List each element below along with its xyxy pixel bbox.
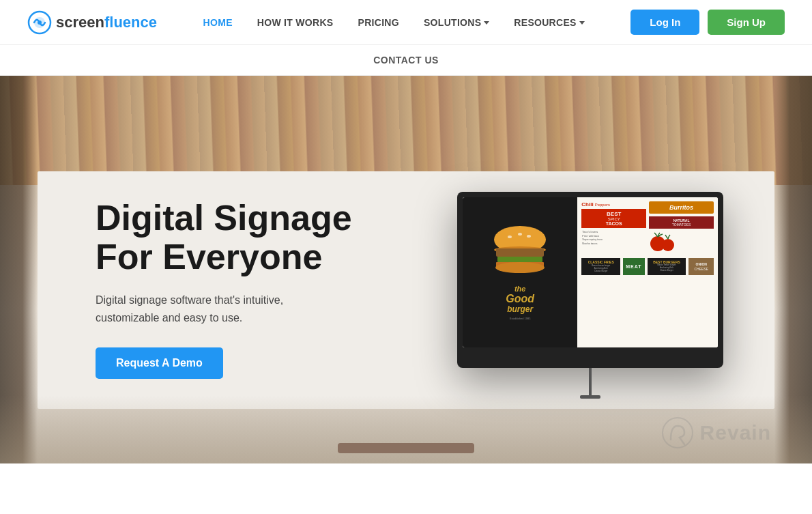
hero-content: Digital Signage For Everyone Digital sig…: [96, 199, 352, 379]
classic-fries-item: CLASSIC FRIES Bacon freeze burgerAnchori…: [581, 258, 620, 275]
best-label: BEST: [583, 211, 644, 217]
svg-point-8: [495, 262, 545, 273]
svg-rect-5: [496, 248, 544, 257]
nav-item-pricing[interactable]: PRICING: [358, 16, 399, 29]
secondary-navigation: CONTACT US: [0, 45, 812, 76]
solutions-dropdown-icon: [484, 21, 489, 25]
burritos-label: Burritos: [649, 201, 714, 214]
svg-point-13: [662, 239, 674, 251]
hero-subtext: Digital signage software that's intuitiv…: [96, 291, 293, 326]
top-navigation: screenfluence HOME HOW IT WORKS PRICING …: [0, 0, 812, 45]
menu-col-1: Chili Peppers BEST SPICY TACOS Taco's lo…: [581, 201, 646, 255]
dining-table: [338, 443, 474, 453]
wood-ceiling-decoration: [0, 76, 812, 185]
meat-label-item: MEAT: [623, 258, 644, 275]
menu-top-row: Chili Peppers BEST SPICY TACOS Taco's lo…: [581, 201, 714, 255]
svg-point-2: [38, 20, 42, 25]
menu-bottom-row: CLASSIC FRIES Bacon freeze burgerAnchori…: [581, 258, 714, 275]
tv-screen: theGoodburger Established 1985 Chili Pep…: [463, 197, 718, 347]
nav-link-how-it-works[interactable]: HOW IT WORKS: [257, 17, 334, 28]
chili-text: Chili: [581, 201, 593, 208]
svg-point-10: [518, 233, 522, 235]
menu-col-2: Burritos NATURAL TOMATOES: [649, 201, 714, 255]
revain-icon: [661, 416, 695, 450]
tv-frame: theGoodburger Established 1985 Chili Pep…: [457, 192, 723, 368]
nav-item-how-it-works[interactable]: HOW IT WORKS: [257, 16, 334, 29]
nav-item-resources[interactable]: RESOURCES: [514, 17, 584, 28]
auth-buttons: Log In Sign Up: [630, 10, 785, 35]
tomato-svg-area: [649, 231, 714, 255]
natural-tomatoes-box: NATURAL TOMATOES: [649, 216, 714, 229]
resources-dropdown-icon: [579, 21, 585, 25]
tv-base: [580, 395, 600, 399]
pepper-text: Peppers: [595, 203, 610, 207]
logo[interactable]: screenfluence: [27, 10, 157, 35]
hero-heading-line1: Digital Signage: [96, 198, 352, 238]
nav-item-solutions[interactable]: SOLUTIONS: [424, 17, 489, 28]
nav-link-solutions[interactable]: SOLUTIONS: [424, 17, 481, 28]
svg-point-11: [527, 235, 531, 238]
hero-heading: Digital Signage For Everyone: [96, 199, 352, 276]
request-demo-button[interactable]: Request A Demo: [96, 347, 223, 379]
logo-icon: [27, 10, 52, 35]
menu-board: theGoodburger Established 1985 Chili Pep…: [463, 197, 718, 347]
onion-label: ONION: [691, 262, 712, 266]
best-burgers-desc: Bacon freeze burgerAnchoring-BobClassic …: [650, 264, 684, 272]
tv-screen-content: theGoodburger Established 1985 Chili Pep…: [463, 197, 718, 347]
best-burgers-item: BEST BURGERS Bacon freeze burgerAnchorin…: [648, 258, 686, 275]
best-spicy-tacos-box: BEST SPICY TACOS: [581, 209, 646, 228]
tv-display-mockup: theGoodburger Established 1985 Chili Pep…: [457, 192, 723, 368]
tacos-label: TACOS: [583, 221, 644, 226]
hero-section: Digital Signage For Everyone Digital sig…: [0, 76, 812, 463]
logo-text: screenfluence: [56, 14, 157, 31]
menu-left-panel: theGoodburger Established 1985: [463, 197, 577, 347]
nav-item-home[interactable]: HOME: [203, 16, 233, 29]
revain-text: Revain: [700, 421, 771, 444]
svg-point-14: [663, 418, 693, 448]
signup-button[interactable]: Sign Up: [708, 10, 785, 35]
hero-heading-line2: For Everyone: [96, 237, 322, 276]
onion-cheese-item: ONION CHEESE: [688, 258, 714, 275]
cheese-label: CHEESE: [691, 267, 712, 271]
good-burger-text: theGoodburger: [489, 285, 551, 314]
tv-stand: [589, 368, 592, 395]
tacos-desc: Taco's loversFree wild tacoSuper spicy t…: [581, 229, 646, 246]
revain-watermark: Revain: [661, 416, 771, 450]
established-text: Established 1985: [510, 317, 531, 320]
meat-label: MEAT: [625, 264, 642, 269]
burger-illustration: [489, 225, 551, 279]
nav-links: HOME HOW IT WORKS PRICING SOLUTIONS RESO…: [203, 16, 585, 29]
classic-fries-desc: Bacon freeze burgerAnchoring-BobClassic …: [583, 265, 618, 273]
nav-link-pricing[interactable]: PRICING: [358, 17, 399, 28]
svg-point-9: [508, 235, 512, 238]
login-button[interactable]: Log In: [630, 10, 699, 35]
svg-rect-6: [497, 257, 542, 262]
nav-link-resources[interactable]: RESOURCES: [514, 17, 576, 28]
tomato-illustration: [649, 231, 676, 252]
tomatoes-label: TOMATOES: [651, 223, 712, 227]
contact-us-link[interactable]: CONTACT US: [373, 55, 439, 66]
menu-right-panel: Chili Peppers BEST SPICY TACOS Taco's lo…: [577, 197, 718, 347]
nav-link-home[interactable]: HOME: [203, 17, 233, 28]
